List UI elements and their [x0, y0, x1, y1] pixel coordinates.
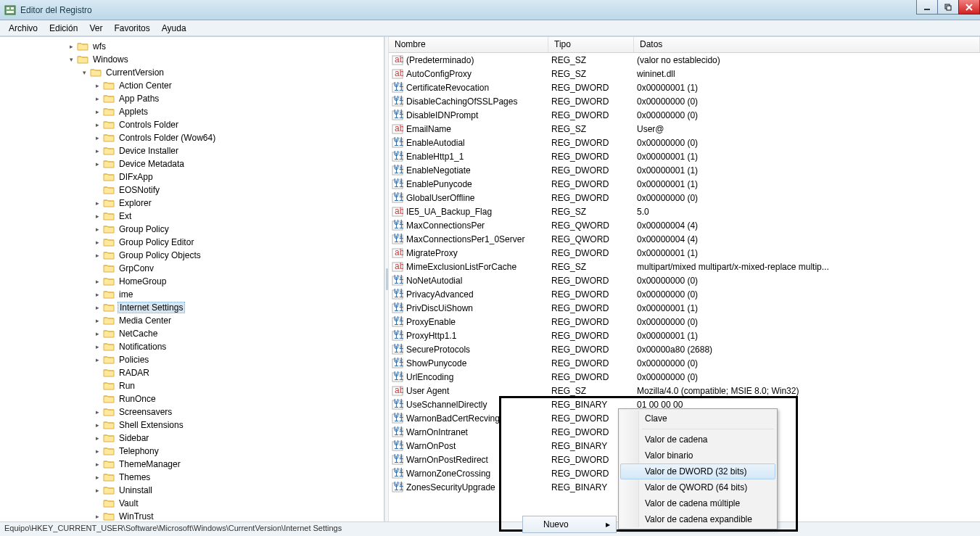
tree-item[interactable]: ▸Shell Extensions [0, 419, 384, 432]
expand-icon[interactable]: ▸ [91, 80, 103, 91]
tree-item[interactable]: ▸Ext [0, 210, 384, 223]
tree-item[interactable]: ▸Device Installer [0, 144, 384, 157]
tree-item[interactable]: ▸Screensavers [0, 405, 384, 419]
list-row[interactable]: 011110EnablePunycodeREG_DWORD0x00000001 … [389, 177, 980, 191]
expand-icon[interactable]: ▸ [91, 445, 103, 457]
context-menu-item[interactable]: Valor de cadena [620, 432, 775, 448]
list-row[interactable]: 011110MaxConnectionsPerREG_QWORD0x000000… [389, 218, 980, 232]
menu-edicion[interactable]: Edición [44, 22, 83, 35]
expand-icon[interactable]: ▸ [91, 315, 103, 326]
tree-item[interactable]: ▸RunOnce [0, 392, 384, 405]
minimize-button[interactable] [916, 0, 938, 15]
list-row[interactable]: ab(Predeterminado)REG_SZ(valor no establ… [389, 53, 980, 67]
list-row[interactable]: 011110DisableCachingOfSSLPagesREG_DWORD0… [389, 94, 980, 108]
expand-icon[interactable]: ▸ [91, 119, 103, 131]
expand-icon[interactable]: ▸ [91, 145, 103, 157]
list-row[interactable]: abIE5_UA_Backup_FlagREG_SZ5.0 [389, 205, 980, 218]
context-menu-item[interactable]: Valor de cadena múltiple [620, 495, 775, 511]
expand-icon[interactable]: ▸ [91, 276, 103, 287]
tree-item[interactable]: ▾CurrentVersion [0, 66, 384, 79]
tree-item[interactable]: ▸NetCache [0, 327, 384, 340]
tree-item[interactable]: ▸RADAR [0, 366, 384, 379]
expand-icon[interactable]: ▸ [91, 197, 103, 209]
expand-icon[interactable]: ▸ [91, 236, 103, 248]
tree-item[interactable]: ▸Telephony [0, 445, 384, 458]
list-row[interactable]: 011110ProxyEnableREG_DWORD0x00000000 (0) [389, 315, 980, 329]
list-row[interactable]: abMimeExclusionListForCacheREG_SZmultipa… [389, 260, 980, 273]
list-row[interactable]: 011110UrlEncodingREG_DWORD0x00000000 (0) [389, 370, 980, 384]
list-row[interactable]: 011110DisableIDNPromptREG_DWORD0x0000000… [389, 108, 980, 122]
maximize-button[interactable] [937, 0, 959, 15]
list-row[interactable]: 011110GlobalUserOfflineREG_DWORD0x000000… [389, 191, 980, 205]
tree-item[interactable]: ▾Windows [0, 53, 384, 66]
menu-ver[interactable]: Ver [83, 22, 108, 35]
context-menu-item[interactable]: Clave [620, 411, 775, 426]
expand-icon[interactable]: ▸ [91, 458, 103, 470]
expand-icon[interactable]: ▸ [91, 223, 103, 235]
list-row[interactable]: 011110ProxyHttp1.1REG_DWORD0x00000001 (1… [389, 329, 980, 342]
expand-icon[interactable]: ▸ [91, 289, 103, 300]
expand-icon[interactable]: ▸ [91, 302, 103, 313]
tree-item[interactable]: ▸Group Policy [0, 223, 384, 236]
tree-item[interactable]: ▸Explorer [0, 197, 384, 210]
expand-icon[interactable]: ▸ [91, 250, 103, 261]
tree-item[interactable]: ▸ThemeManager [0, 458, 384, 471]
tree-item[interactable]: ▸Action Center [0, 79, 384, 92]
tree-item[interactable]: ▸Controls Folder (Wow64) [0, 131, 384, 144]
list-row[interactable]: 011110EnableNegotiateREG_DWORD0x00000001… [389, 163, 980, 177]
list-row[interactable]: 011110PrivDiscUiShownREG_DWORD0x00000001… [389, 301, 980, 315]
tree-item[interactable]: ▸GrpConv [0, 262, 384, 275]
expand-icon[interactable]: ▸ [65, 41, 77, 52]
tree-item[interactable]: ▸App Paths [0, 92, 384, 105]
expand-icon[interactable]: ▸ [91, 132, 103, 144]
expand-icon[interactable]: ▸ [91, 328, 103, 339]
tree-item[interactable]: ▸Group Policy Objects [0, 249, 384, 262]
tree-item[interactable]: ▸Notifications [0, 340, 384, 353]
expand-icon[interactable]: ▸ [91, 93, 103, 104]
list-row[interactable]: abEmailNameREG_SZUser@ [389, 122, 980, 136]
context-menu[interactable]: ClaveValor de cadenaValor binarioValor d… [618, 408, 778, 529]
tree-item[interactable]: ▸HomeGroup [0, 275, 384, 288]
list-row[interactable]: 011110ShowPunycodeREG_DWORD0x00000000 (0… [389, 356, 980, 370]
menu-archivo[interactable]: Archivo [3, 22, 44, 35]
close-button[interactable] [958, 0, 980, 15]
tree-item[interactable]: ▸DIFxApp [0, 170, 384, 184]
list-row[interactable]: 011110CertificateRevocationREG_DWORD0x00… [389, 81, 980, 94]
expand-icon[interactable]: ▸ [91, 106, 103, 117]
tree-item[interactable]: ▸Media Center [0, 314, 384, 327]
tree-item[interactable]: ▸Internet Settings [0, 301, 384, 314]
column-data[interactable]: Datos [634, 37, 980, 52]
expand-icon[interactable]: ▸ [91, 158, 103, 170]
context-menu-item[interactable]: Valor de DWORD (32 bits) [620, 463, 775, 479]
list-row[interactable]: abAutoConfigProxyREG_SZwininet.dll [389, 67, 980, 81]
menu-ayuda[interactable]: Ayuda [156, 22, 192, 35]
tree-item[interactable]: ▸EOSNotify [0, 184, 384, 197]
list-row[interactable]: 011110MaxConnectionsPer1_0ServerREG_QWOR… [389, 232, 980, 246]
tree-item[interactable]: ▸Controls Folder [0, 118, 384, 131]
expand-icon[interactable]: ▸ [91, 210, 103, 222]
context-menu-item[interactable]: Valor de cadena expandible [620, 511, 775, 527]
menu-favoritos[interactable]: Favoritos [108, 22, 155, 35]
tree-item[interactable]: ▸Sidebar [0, 432, 384, 445]
tree-item[interactable]: ▸Themes [0, 471, 384, 484]
list-row[interactable]: 011110SecureProtocolsREG_DWORD0x00000a80… [389, 342, 980, 356]
expand-icon[interactable]: ▸ [91, 432, 103, 444]
expand-icon[interactable]: ▸ [91, 354, 103, 366]
collapse-icon[interactable]: ▾ [65, 54, 77, 65]
titlebar[interactable]: Editor del Registro [0, 0, 980, 20]
context-submenu-nuevo[interactable]: Nuevo ▶ [522, 516, 617, 533]
tree-item[interactable]: ▸wfs [0, 40, 384, 53]
context-menu-item[interactable]: Valor binario [620, 448, 775, 463]
tree-item[interactable]: ▸Vault [0, 497, 384, 510]
tree-item[interactable]: ▸ime [0, 288, 384, 301]
expand-icon[interactable]: ▸ [91, 471, 103, 483]
tree-item[interactable]: ▸Run [0, 379, 384, 392]
list-row[interactable]: 011110PrivacyAdvancedREG_DWORD0x00000000… [389, 287, 980, 301]
list-row[interactable]: 011110EnableAutodialREG_DWORD0x00000000 … [389, 136, 980, 149]
tree-item[interactable]: ▸Applets [0, 105, 384, 118]
tree-item[interactable]: ▸Uninstall [0, 484, 384, 497]
expand-icon[interactable]: ▸ [91, 341, 103, 352]
list-row[interactable]: 011110NoNetAutodialREG_DWORD0x00000000 (… [389, 273, 980, 287]
tree-item[interactable]: ▸Device Metadata [0, 157, 384, 170]
tree-item[interactable]: ▸Group Policy Editor [0, 236, 384, 249]
